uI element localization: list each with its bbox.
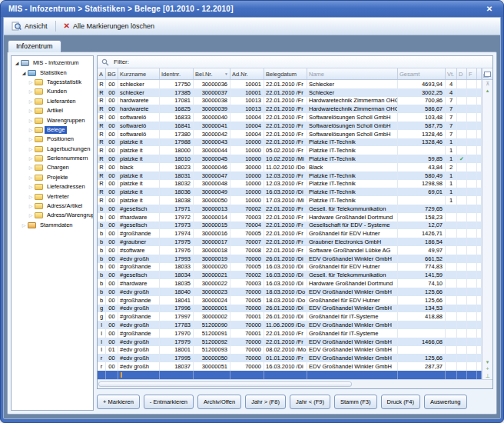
column-header-vt[interactable]: Vt.	[446, 68, 457, 79]
tree-item-adress-warengruppen[interactable]: ▷Adress/Warengruppen	[13, 211, 93, 220]
table-row[interactable]: R00softwarelö17380300000421000422.01.201…	[98, 130, 482, 138]
ansicht-button[interactable]: Ansicht	[8, 21, 51, 32]
table-row[interactable]: R00platzke it18032300000481000012.03.201…	[98, 180, 482, 188]
table-row[interactable]: b00#großhande18041300000247000518.03.201…	[98, 296, 482, 305]
expand-arrow-icon[interactable]: ▷	[28, 80, 34, 85]
button-markieren[interactable]: + Markieren	[97, 395, 140, 409]
column-header-name[interactable]: Name	[307, 68, 398, 79]
expand-arrow-icon[interactable]: ▷	[21, 223, 27, 228]
table-row[interactable]: b00#hardware17972300000147000322.01.2010…	[98, 213, 482, 221]
table-row[interactable]: r00#edv großh18037300000517000016.03.201…	[98, 362, 482, 371]
table-row[interactable]: r00#edv großh17995300000507000001.01.201…	[98, 354, 482, 362]
tree-item-belege[interactable]: ▷Belege	[13, 125, 93, 135]
button-jahr-f8[interactable]: Jahr > (F8)	[245, 395, 286, 409]
table-row[interactable]: R00platzke it18036300000491000016.03.201…	[98, 188, 482, 196]
close-button[interactable]: ✕	[483, 4, 496, 15]
collapse-arrow-icon[interactable]: ◢	[21, 71, 27, 75]
expand-arrow-icon[interactable]: ▷	[28, 89, 34, 94]
table-row[interactable]: g00#edv großh17996300000017000026.01.201…	[98, 305, 482, 313]
scroll-top-icon[interactable]: ⊼	[486, 80, 489, 87]
expand-arrow-icon[interactable]: ▷	[28, 175, 34, 180]
button-stamm-f3[interactable]: Stamm (F3)	[334, 395, 377, 409]
tree-item-positionen[interactable]: ▷Positionen	[13, 135, 93, 144]
expand-arrow-icon[interactable]: ▷	[28, 147, 34, 152]
column-header-f[interactable]: F	[467, 68, 477, 79]
button-jahr-f9[interactable]: Jahr < (F9)	[290, 395, 330, 409]
table-row[interactable]: R00platzke it18010300000451000010.02.201…	[98, 155, 482, 163]
table-row[interactable]: b00#gesellsch17971300000137000222.01.201…	[98, 205, 482, 213]
table-row[interactable]: l00#edv großh17979512000927000022.01.201…	[98, 338, 482, 346]
expand-arrow-icon[interactable]: ▷	[28, 128, 34, 132]
column-header-d[interactable]: D	[457, 68, 467, 79]
column-header-belnr[interactable]: Bel.Nr.▼	[194, 68, 230, 79]
expand-arrow-icon[interactable]: ▷	[28, 108, 34, 113]
tab-infozentrum[interactable]: Infozentrum	[8, 40, 61, 52]
table-row[interactable]: R00platzke it17988300000431000022.01.201…	[98, 138, 482, 147]
table-row[interactable]: b00#software17976300000187000822.01.2010…	[98, 246, 482, 255]
tree-item-vertreter[interactable]: ▷Vertreter	[13, 192, 93, 201]
table-row[interactable]: b00#graubner17975300000177000722.01.2010…	[98, 238, 482, 246]
tree-item-stammdaten[interactable]: ▷Stammdaten	[13, 221, 93, 230]
tree-item-projekte[interactable]: ▷Projekte	[13, 173, 93, 182]
grid-horizontal-scrollbar[interactable]	[98, 379, 492, 388]
table-row[interactable]: g00#großhande17997300000027000126.01.201…	[98, 312, 482, 321]
table-row[interactable]: b00#hardware18035300000227000316.03.2010…	[98, 279, 482, 288]
table-row[interactable]: b00#edv großh18040300000237000018.03.201…	[98, 288, 482, 296]
tree-item-lieferadressen[interactable]: ▷Lieferadressen	[13, 182, 93, 192]
nav-end-icon[interactable]: ⊥	[485, 372, 489, 379]
tree-item-artikel[interactable]: ▷Artikel	[13, 106, 93, 115]
scroll-down-icon[interactable]: ▾	[486, 358, 489, 365]
tree-item-tagesstatistik[interactable]: ▷Tagesstatistik	[13, 78, 93, 87]
column-header-identnr[interactable]: Identnr.	[160, 68, 194, 79]
table-row[interactable]: b00#großhande17974300000167000522.01.201…	[98, 229, 482, 238]
expand-arrow-icon[interactable]: ▷	[28, 137, 34, 142]
table-row[interactable]: l00#edv großh17783512000907000011.06.200…	[98, 321, 482, 329]
table-row[interactable]: R00hardwarete16825300000391001322.01.201…	[98, 105, 482, 113]
expand-arrow-icon[interactable]: ▷	[28, 165, 34, 170]
clear-marks-button[interactable]: ✕ Alle Markierungen löschen	[61, 22, 158, 31]
column-header-kurzname[interactable]: Kurzname	[118, 68, 160, 79]
filter-row[interactable]: Filter:	[98, 56, 492, 68]
table-row[interactable]: R00softwarelö16833300000401000422.01.201…	[98, 113, 482, 122]
scroll-up-icon[interactable]: ▴	[486, 87, 489, 94]
tree-item-mis-infozentrum[interactable]: ◢MIS - Infozentrum	[13, 58, 93, 68]
expand-arrow-icon[interactable]: ▷	[28, 195, 34, 199]
table-row[interactable]: b00#großhande18033300000207000516.03.201…	[98, 263, 482, 271]
table-row[interactable]: l00#großhande17970512000917000122.01.201…	[98, 329, 482, 338]
column-header-adnr[interactable]: Ad.Nr.	[230, 68, 264, 79]
table-row[interactable]: R00platzke it18031300000471000012.03.201…	[98, 172, 482, 180]
table-row[interactable]: b00#edv großh17993300000197000026.01.201…	[98, 255, 482, 263]
button-archiv-offen[interactable]: Archiv/Offen	[197, 395, 241, 409]
tree-item-chargen[interactable]: ▷Chargen	[13, 163, 93, 172]
table-row[interactable]: b00#gesellsch17973300000157000422.01.201…	[98, 221, 482, 230]
button-druck-f4[interactable]: Druck (F4)	[381, 395, 420, 409]
selected-empty-row[interactable]	[98, 371, 482, 379]
tree-item-adress-artikel[interactable]: ▷Adress/Artikel	[13, 202, 93, 211]
table-row[interactable]: R00black18023300000463000011.02.2010 /Do…	[98, 163, 482, 172]
table-row[interactable]: R00schlecker17750300000361000122.01.2010…	[98, 80, 482, 88]
column-header-a[interactable]: A	[98, 68, 106, 79]
tree-item-statistiken[interactable]: ◢Statistiken	[13, 68, 93, 77]
table-row[interactable]: R00platzke it18038300000501000017.03.201…	[98, 196, 482, 205]
expand-arrow-icon[interactable]: ▷	[28, 99, 34, 104]
expand-arrow-icon[interactable]: ▷	[28, 118, 34, 123]
expand-arrow-icon[interactable]: ▷	[28, 185, 34, 189]
column-header-gesamt[interactable]: Gesamt	[398, 68, 446, 79]
column-header-datum[interactable]: Belegdatum	[264, 68, 307, 79]
tree-item-warengruppen[interactable]: ▷Warengruppen	[13, 115, 93, 125]
expand-arrow-icon[interactable]: ▷	[28, 156, 34, 161]
table-row[interactable]: R00schlecker17385300000371000122.01.2010…	[98, 88, 482, 97]
tree-item-lagerbuchungen[interactable]: ▷Lagerbuchungen	[13, 145, 93, 154]
expand-arrow-icon[interactable]: ▷	[28, 204, 34, 208]
table-row[interactable]: R00softwarelö16841300000411000422.01.201…	[98, 122, 482, 130]
tree-item-kunden[interactable]: ▷Kunden	[13, 87, 93, 96]
table-row[interactable]: b00#gesellsch18034300000217000216.03.201…	[98, 271, 482, 279]
grid-vertical-scrollbar[interactable]: ⊼▴▾+⊥	[482, 68, 492, 379]
table-row[interactable]: R00hardwarete17081300000381001322.01.201…	[98, 97, 482, 105]
column-header-bg[interactable]: BG	[106, 68, 118, 79]
horizontal-scroll-thumb[interactable]	[98, 381, 352, 387]
collapse-arrow-icon[interactable]: ◢	[14, 61, 20, 65]
button-entmarkieren[interactable]: - Entmarkieren	[144, 395, 194, 409]
column-chooser-button[interactable]	[482, 68, 492, 80]
table-row[interactable]: l01#edv großh18001512000937000008.02.201…	[98, 346, 482, 355]
